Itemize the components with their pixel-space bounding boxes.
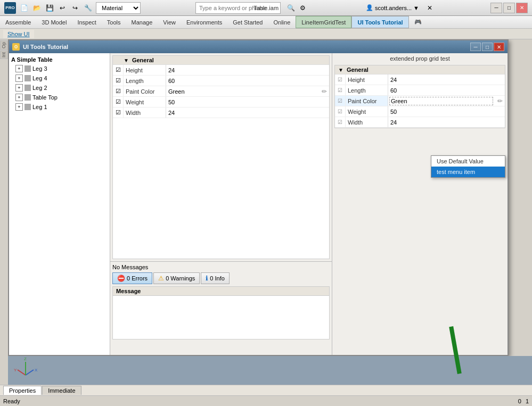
toolbar-icons-left: 📄 📂 💾 ↩ ↪ 🔧 (18, 2, 94, 14)
svg-text:Y: Y (14, 368, 17, 372)
right-prop-value-weight[interactable]: 50 (388, 106, 505, 117)
user-area: 👤 scott.anders... ▼ ✕ (363, 2, 436, 14)
warnings-button[interactable]: ⚠ 0 Warnings (153, 272, 200, 284)
open-icon[interactable]: 📂 (31, 2, 43, 14)
errors-button[interactable]: ⛔ 0 Errors (112, 272, 152, 284)
search-icon[interactable]: 🔍 (285, 2, 297, 14)
context-menu-item-test[interactable]: test menu item (431, 167, 505, 177)
dialog-title: UI Tools Tutorial (23, 44, 470, 50)
prop-value-length[interactable]: 60 (166, 76, 329, 86)
svg-text:Z: Z (24, 357, 27, 361)
prop-value-height[interactable]: 24 (166, 65, 329, 75)
tree-root-label: A Simple Table (11, 56, 53, 63)
tab-immediate[interactable]: Immediate (42, 386, 81, 395)
info-button[interactable]: ℹ 0 Info (201, 272, 230, 284)
tree-item-leg1[interactable]: + Leg 1 (11, 102, 108, 112)
prop-check-height[interactable]: ☑ (113, 65, 124, 75)
prop-row-width: ☑ Width 24 (113, 107, 329, 118)
right-prop-value-width[interactable]: 24 (388, 117, 505, 127)
pro-label: PRO (5, 5, 14, 10)
material-dropdown[interactable]: Material (96, 2, 141, 14)
prop-check-length[interactable]: ☑ (113, 76, 124, 86)
right-prop-value-height[interactable]: 24 (388, 74, 505, 85)
menu-assemble[interactable]: Assemble (0, 16, 36, 28)
dialog-maximize-button[interactable]: □ (482, 43, 493, 51)
prop-row-height: ☑ Height 24 (113, 65, 329, 76)
edit-pencil-icon[interactable]: ✏ (322, 88, 327, 95)
tree-item-icon-tabletop (24, 94, 31, 101)
tree-item-icon-leg1 (24, 104, 31, 110)
save-icon[interactable]: 💾 (44, 2, 55, 14)
left-icon-op[interactable]: Op (0, 40, 8, 50)
right-prop-check-width[interactable]: ☑ (335, 117, 346, 127)
prop-value-weight[interactable]: 50 (166, 97, 329, 107)
tree-item-leg3[interactable]: + Leg 3 (11, 64, 108, 73)
tree-root[interactable]: A Simple Table (11, 55, 108, 64)
left-icon-int[interactable]: Int (0, 51, 8, 59)
right-edit-pencil-icon[interactable]: ✏ (497, 97, 503, 105)
section-label-general: General (132, 57, 154, 63)
right-prop-value-paintcolor[interactable]: ✏ (388, 96, 505, 106)
context-menu: Use Default Value test menu item (431, 155, 505, 178)
redo-icon[interactable]: ↪ (69, 2, 81, 14)
dialog-close-button[interactable]: ✕ (494, 43, 504, 51)
dialog-minimize-button[interactable]: ─ (470, 43, 481, 51)
tree-expander-leg4[interactable]: + (15, 74, 23, 82)
close-button[interactable]: ✕ (516, 3, 528, 13)
close-app-icon[interactable]: ✕ (424, 2, 436, 14)
filter-icon[interactable]: ⚙ (297, 2, 308, 14)
prop-check-weight[interactable]: ☑ (113, 97, 124, 107)
prop-row-paintcolor: ☑ Paint Color Green ✏ (113, 86, 329, 97)
bottom-panel: Properties Immediate (0, 385, 532, 395)
prop-check-paintcolor[interactable]: ☑ (113, 86, 124, 96)
tree-item-leg2[interactable]: + Leg 2 (11, 83, 108, 93)
prop-grid: ▼ General ☑ Height 24 (112, 55, 330, 259)
right-prop-check-weight[interactable]: ☑ (335, 106, 346, 117)
right-prop-check-paintcolor[interactable]: ☑ (335, 96, 346, 106)
tab-properties[interactable]: Properties (3, 386, 42, 395)
help-icon[interactable]: 🔧 (82, 2, 94, 14)
info-label: 0 Info (210, 275, 225, 281)
warnings-label: 0 Warnings (166, 275, 195, 281)
status-bar: Ready 0 1 (0, 395, 532, 406)
prop-check-width[interactable]: ☑ (113, 107, 124, 118)
right-prop-name-length: Length (346, 85, 388, 95)
menu-tools[interactable]: Tools (102, 16, 126, 28)
minimize-button[interactable]: ─ (490, 3, 502, 13)
prop-value-width[interactable]: 24 (166, 107, 329, 118)
menu-lineitemgridtest[interactable]: LineItemGridTest (296, 16, 351, 28)
menu-online[interactable]: Online (268, 16, 296, 28)
right-prop-check-height[interactable]: ☑ (335, 74, 346, 85)
right-prop-value-length[interactable]: 60 (388, 85, 505, 95)
undo-icon[interactable]: ↩ (56, 2, 68, 14)
tree-item-tabletop[interactable]: + Table Top (11, 93, 108, 102)
menu-manage[interactable]: Manage (126, 16, 158, 28)
messages-column-header: Message (113, 287, 329, 296)
tree-expander-leg1[interactable]: + (15, 103, 23, 111)
prop-name-width: Width (124, 107, 166, 118)
menu-environments[interactable]: Environments (181, 16, 227, 28)
new-icon[interactable]: 📄 (18, 2, 30, 14)
tree-item-leg4[interactable]: + Leg 4 (11, 73, 108, 83)
right-prop-section-general[interactable]: ▼ General (335, 65, 505, 74)
messages-buttons: ⛔ 0 Errors ⚠ 0 Warnings ℹ 0 Info (112, 272, 330, 284)
prop-section-general[interactable]: ▼ General (113, 56, 329, 65)
menu-view[interactable]: View (158, 16, 181, 28)
show-ui-link[interactable]: Show UI (3, 30, 34, 38)
context-menu-item-default[interactable]: Use Default Value (431, 156, 505, 167)
menu-3dmodel[interactable]: 3D Model (36, 16, 72, 28)
menu-getstarted[interactable]: Get Started (227, 16, 268, 28)
tree-expander-leg3[interactable]: + (15, 65, 23, 72)
tree-expander-tabletop[interactable]: + (15, 94, 23, 101)
menu-inspect[interactable]: Inspect (72, 16, 101, 28)
menu-uitoolstutorial[interactable]: UI Tools Tutorial (351, 16, 408, 28)
tree-expander-leg2[interactable]: + (15, 84, 23, 92)
maximize-button[interactable]: □ (503, 3, 515, 13)
user-button[interactable]: 👤 scott.anders... ▼ (363, 3, 422, 13)
status-coord-0: 0 (518, 398, 521, 404)
menu-gamepad[interactable]: 🎮 (409, 16, 427, 28)
prop-value-paintcolor[interactable]: Green ✏ (166, 86, 329, 96)
right-prop-check-length[interactable]: ☑ (335, 85, 346, 95)
messages-title: No Messages (112, 264, 330, 270)
paint-color-input[interactable] (389, 97, 493, 105)
